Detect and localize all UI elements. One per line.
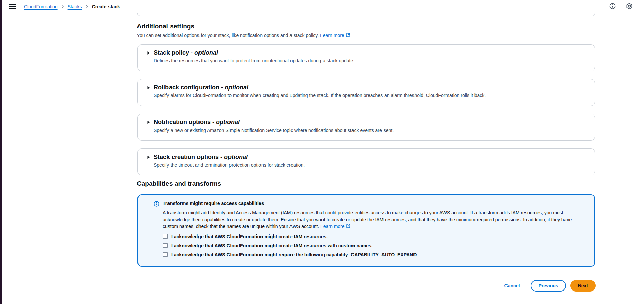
previous-button[interactable]: Previous: [531, 280, 566, 292]
alert-body-text: A transform might add Identity and Acces…: [163, 210, 572, 229]
wizard-actions: Cancel Previous Next: [498, 280, 596, 292]
external-link-icon: [346, 224, 350, 228]
panel-description: Specify the timeout and termination prot…: [154, 162, 595, 168]
expandable-panel-stack-policy: Stack policy - optional Defines the reso…: [137, 44, 595, 71]
checkbox-label: I acknowledge that AWS CloudFormation mi…: [171, 234, 328, 239]
caret-right-icon: [147, 51, 150, 55]
panel-description: Specify alarms for CloudFormation to mon…: [154, 93, 595, 98]
alert-title: Transforms might require access capabili…: [163, 201, 586, 206]
learn-more-link[interactable]: Learn more: [320, 224, 350, 229]
divider: [621, 3, 621, 10]
external-link-icon: [346, 33, 350, 37]
chevron-right-icon: [61, 5, 64, 9]
breadcrumb: CloudFormation Stacks Create stack: [24, 4, 120, 9]
learn-more-label: Learn more: [320, 224, 345, 229]
cloudformation-create-stack-page: CloudFormation Stacks Create stack: [0, 0, 644, 304]
panel-title: Stack creation options - optional: [154, 154, 248, 161]
checkbox-iam-custom-names[interactable]: [163, 243, 168, 248]
checkbox-capability-auto-expand[interactable]: [163, 252, 168, 257]
breadcrumb-stacks[interactable]: Stacks: [68, 4, 82, 9]
side-menu-toggle[interactable]: [9, 4, 16, 9]
description-text: You can set additional options for your …: [137, 33, 319, 38]
caret-right-icon: [147, 86, 150, 90]
top-navigation-bar: CloudFormation Stacks Create stack: [0, 0, 644, 13]
panel-title: Stack policy - optional: [154, 49, 218, 56]
chevron-right-icon: [86, 5, 88, 9]
expandable-section-header-stack-policy[interactable]: Stack policy - optional: [138, 45, 595, 56]
expandable-section-header-notification-options[interactable]: Notification options - optional: [138, 114, 595, 126]
panel-description: Specify a new or existing Amazon Simple …: [154, 128, 595, 133]
breadcrumb-current-page: Create stack: [92, 4, 120, 9]
checkbox-iam-resources[interactable]: [163, 234, 168, 239]
alert-content: Transforms might require access capabili…: [163, 201, 586, 266]
expandable-panel-notification-options: Notification options - optional Specify …: [137, 114, 595, 141]
panel-description: Defines the resources that you want to p…: [154, 58, 595, 63]
settings-button[interactable]: [626, 3, 633, 10]
additional-settings-description: You can set additional options for your …: [137, 33, 350, 38]
checkbox-label: I acknowledge that AWS CloudFormation mi…: [171, 243, 373, 248]
gear-icon: [626, 3, 633, 10]
next-button[interactable]: Next: [570, 280, 596, 292]
breadcrumb-cloudformation[interactable]: CloudFormation: [24, 4, 58, 9]
expandable-section-header-rollback-configuration[interactable]: Rollback configuration - optional: [138, 79, 595, 91]
learn-more-label: Learn more: [320, 33, 344, 38]
panel-title: Rollback configuration - optional: [154, 84, 248, 91]
hamburger-icon: [9, 4, 16, 9]
help-panel-button[interactable]: [609, 3, 616, 10]
info-alert-transforms-capabilities: Transforms might require access capabili…: [137, 194, 595, 267]
expandable-panel-stack-creation-options: Stack creation options - optional Specif…: [137, 148, 595, 175]
alert-body: A transform might add Identity and Acces…: [163, 209, 586, 230]
caret-right-icon: [147, 120, 150, 125]
acknowledge-capability-auto-expand-row[interactable]: I acknowledge that AWS CloudFormation mi…: [163, 252, 586, 257]
checkbox-label: I acknowledge that AWS CloudFormation mi…: [171, 252, 417, 257]
acknowledge-iam-resources-row[interactable]: I acknowledge that AWS CloudFormation mi…: [163, 234, 586, 239]
window-left-edge: [0, 0, 2, 304]
cancel-button[interactable]: Cancel: [498, 283, 526, 288]
header-utilities: [609, 3, 633, 10]
panel-title: Notification options - optional: [154, 119, 240, 126]
additional-settings-heading: Additional settings: [137, 23, 194, 30]
acknowledge-iam-custom-names-row[interactable]: I acknowledge that AWS CloudFormation mi…: [163, 243, 586, 248]
capabilities-heading: Capabilities and transforms: [137, 180, 221, 187]
info-icon: [609, 3, 616, 10]
expandable-section-header-stack-creation-options[interactable]: Stack creation options - optional: [138, 149, 595, 161]
previous-section-card-edge: [137, 13, 595, 16]
caret-right-icon: [147, 155, 150, 159]
info-icon: [154, 201, 159, 266]
expandable-panel-rollback-configuration: Rollback configuration - optional Specif…: [137, 79, 595, 106]
learn-more-link[interactable]: Learn more: [320, 33, 350, 38]
